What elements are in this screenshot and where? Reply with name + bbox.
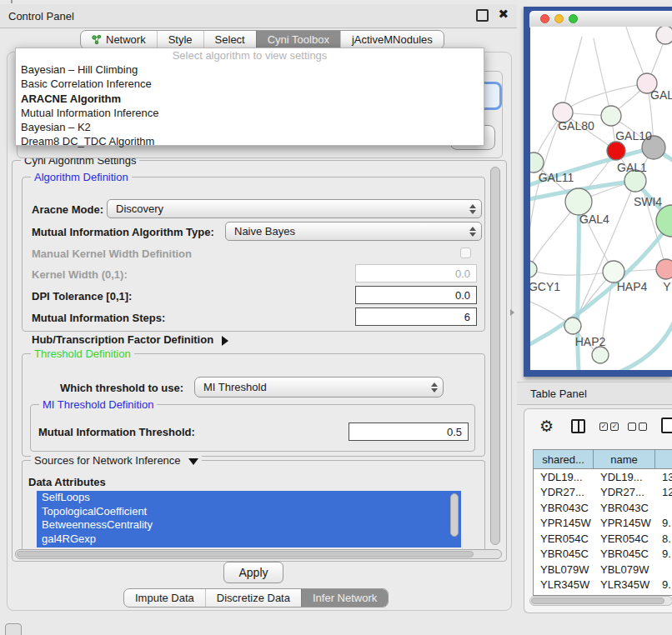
network-edge <box>530 269 614 275</box>
mi-type-select[interactable]: Naive Bayes <box>225 222 482 241</box>
algorithm-dropdown-popup: Select algorithm to view settingsBayesia… <box>15 48 484 146</box>
table-cell <box>655 500 672 516</box>
sources-group-title[interactable]: Sources for Network Inference <box>31 454 202 467</box>
tab-cyni-toolbox[interactable]: Cyni Toolbox <box>256 31 340 48</box>
table-horizontal-scrollbar-thumb[interactable] <box>531 598 664 604</box>
hub-factor-expander[interactable]: Hub/Transcription Factor Definition <box>32 333 228 346</box>
network-node-gal4[interactable] <box>565 188 592 215</box>
node-label-hap2: HAP2 <box>575 335 606 348</box>
network-node[interactable] <box>656 27 672 44</box>
select-all-icon[interactable]: ✓ <box>610 422 619 431</box>
table-cell: YBR045C <box>594 547 655 562</box>
attribute-item-topologicalcoefficient[interactable]: TopologicalCoefficient <box>37 505 461 519</box>
close-icon[interactable] <box>540 14 549 23</box>
network-window-titlebar[interactable] <box>529 11 672 28</box>
settings-horizontal-scrollbar-thumb[interactable] <box>17 551 474 558</box>
manual-kernel-checkbox[interactable] <box>460 248 471 258</box>
table-row[interactable]: YBR045CYBR045C9. <box>534 547 672 562</box>
gear-icon[interactable]: ⚙ <box>539 418 554 435</box>
attribute-item-gal4rgexp[interactable]: gal4RGexp <box>37 532 461 547</box>
expander-expanded-icon <box>188 458 198 465</box>
splitter-arrow-icon[interactable] <box>510 309 514 316</box>
network-icon <box>92 35 102 45</box>
algorithm-option-bayesian-k2[interactable]: Bayesian – K2 <box>16 120 484 134</box>
minimize-icon[interactable] <box>554 14 564 23</box>
table-row[interactable]: YLR345WYLR345W9. <box>534 578 672 593</box>
control-panel-bottom-tabbar: Impute DataDiscretize DataInfer Network <box>123 588 389 608</box>
control-panel-title: Control Panel <box>8 10 74 22</box>
mi-threshold-field[interactable]: 0.5 <box>349 422 469 441</box>
network-node[interactable] <box>592 347 609 363</box>
table-cell: YBL079W <box>534 562 594 578</box>
table-row[interactable]: YBR043CYBR043C <box>534 500 672 516</box>
tab-jactivemnodules[interactable]: jActiveMNodules <box>340 31 444 48</box>
network-node-gcy1[interactable] <box>530 261 537 278</box>
tab-network[interactable]: Network <box>81 31 157 48</box>
tab-network-label: Network <box>106 33 146 46</box>
tab-infer-network[interactable]: Infer Network <box>301 589 388 607</box>
table-row[interactable]: YDL19...YDL19...13 <box>534 469 672 485</box>
tab-select-label: Select <box>215 33 245 46</box>
apply-button[interactable]: Apply <box>223 562 283 583</box>
attribute-item-selfloops[interactable]: SelfLoops <box>37 491 461 505</box>
network-canvas[interactable]: GALGAL80GAL10GAL1GAL11SWI4GAL4GCY1HAP4YH… <box>530 27 672 370</box>
node-table[interactable]: shared...nameA YDL19...YDL19...13YDR27..… <box>533 449 672 596</box>
node-label-gal: GAL <box>650 88 672 102</box>
node-label-gal11: GAL11 <box>539 171 574 184</box>
column-header-a[interactable]: A <box>655 450 672 468</box>
table-cell: YBR043C <box>594 500 655 516</box>
network-node-gal1[interactable] <box>607 142 625 160</box>
aracne-mode-select[interactable]: Discovery <box>107 199 482 218</box>
algorithm-definition-title: Algorithm Definition <box>31 171 132 183</box>
manual-kernel-label: Manual Kernel Width Definition <box>32 248 192 260</box>
deselect-all-icon[interactable] <box>639 422 647 431</box>
tab-impute-data[interactable]: Impute Data <box>124 589 205 607</box>
column-header-name[interactable]: name <box>594 450 655 468</box>
algorithm-option-basic-correlation-inference[interactable]: Basic Correlation Inference <box>16 77 484 91</box>
network-node-gal10[interactable] <box>601 106 621 126</box>
data-attributes-list[interactable]: SelfLoopsTopologicalCoefficientBetweenne… <box>37 491 461 548</box>
table-row[interactable]: YDR27...YDR27...12 <box>534 485 672 501</box>
expander-collapsed-icon <box>222 336 228 346</box>
algorithm-option-mutual-information-inference[interactable]: Mutual Information Inference <box>16 106 484 120</box>
settings-horizontal-scrollbar-track[interactable] <box>15 549 502 559</box>
table-cell: 13 <box>655 469 672 485</box>
algorithm-option-bayesian-hill-climbing[interactable]: Bayesian – Hill Climbing <box>16 62 484 77</box>
network-view-window: GALGAL80GAL10GAL1GAL11SWI4GAL4GCY1HAP4YH… <box>524 7 672 377</box>
tab-discretize-data[interactable]: Discretize Data <box>205 589 301 607</box>
network-node-hap2[interactable] <box>564 318 581 334</box>
settings-vertical-scrollbar[interactable] <box>490 167 500 545</box>
attribute-item-betweennesscentrality[interactable]: BetweennessCentrality <box>37 518 461 532</box>
node-label-gcy1: GCY1 <box>530 280 560 293</box>
select-all-icon[interactable]: ✓ <box>599 422 608 431</box>
table-horizontal-scrollbar-track[interactable] <box>529 596 672 606</box>
deselect-all-icon[interactable] <box>628 422 636 431</box>
mi-type-label: Mutual Information Algorithm Type: <box>32 226 214 238</box>
network-node-y[interactable] <box>656 259 672 279</box>
column-header-shared-[interactable]: shared... <box>534 450 594 468</box>
table-row[interactable]: YPR145WYPR145W9. <box>534 516 672 532</box>
mi-steps-field[interactable]: 6 <box>355 308 477 326</box>
float-icon[interactable] <box>476 9 489 22</box>
tab-style[interactable]: Style <box>157 31 203 48</box>
table-cell: YDR27... <box>534 485 594 501</box>
table-row[interactable]: YBL079WYBL079W <box>534 562 672 578</box>
dpi-tolerance-field[interactable]: 0.0 <box>355 286 477 304</box>
tab-select[interactable]: Select <box>203 31 256 48</box>
application-window: Control Panel ✖ NetworkStyleSelectCyni T… <box>0 0 672 635</box>
columns-icon[interactable] <box>571 419 585 433</box>
table-cell: YDL19... <box>534 469 594 485</box>
algorithm-option-aracne-algorithm[interactable]: ARACNE Algorithm <box>16 92 484 106</box>
document-icon[interactable] <box>661 418 672 433</box>
close-icon[interactable]: ✖ <box>498 7 509 22</box>
mi-threshold-label: Mutual Information Threshold: <box>38 426 195 438</box>
table-cell: 12 <box>655 485 672 501</box>
which-threshold-select[interactable]: MI Threshold <box>194 377 444 398</box>
list-vertical-scrollbar[interactable] <box>450 493 459 537</box>
kernel-width-field[interactable]: 0.0 <box>355 264 477 282</box>
algorithm-option-dream8-dc-tdc-algorithm[interactable]: Dream8 DC_TDC Algorithm <box>16 134 484 148</box>
network-node-swi4[interactable] <box>656 205 672 237</box>
zoom-icon[interactable] <box>569 14 578 23</box>
panel-icon[interactable] <box>5 623 22 635</box>
table-row[interactable]: YER054CYER054C8. <box>534 531 672 547</box>
